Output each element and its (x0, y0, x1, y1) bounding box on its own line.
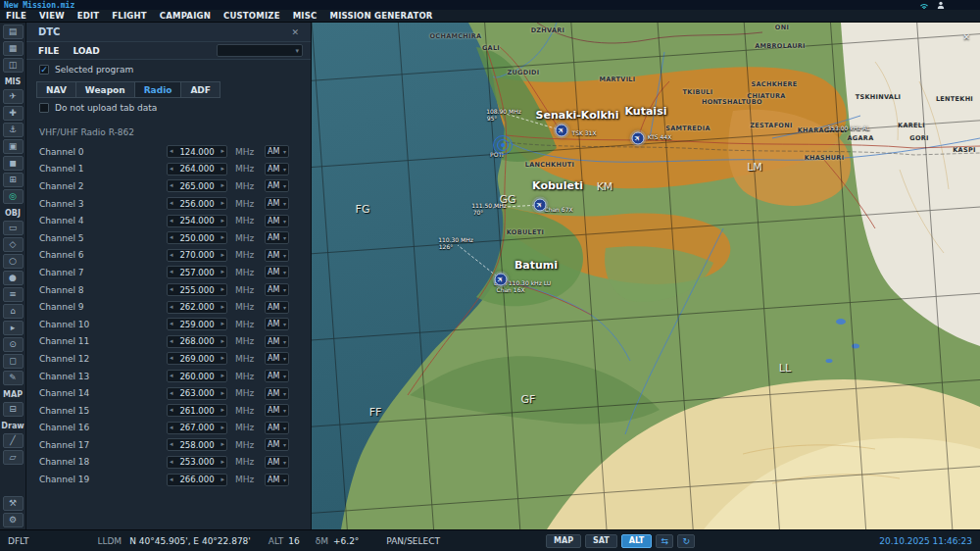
layers-icon[interactable]: ▦ (3, 41, 24, 56)
channel-1-frequency-input[interactable]: ◂264.000▸ (167, 163, 227, 175)
building-icon[interactable]: ⌂ (3, 304, 24, 319)
channel-6-frequency-input[interactable]: ◂270.000▸ (167, 249, 227, 262)
map-close-icon[interactable]: ✕ (962, 32, 970, 42)
channel-7-modulation-select[interactable]: AM▾ (265, 266, 289, 278)
spinner-left-icon[interactable]: ◂ (170, 269, 173, 276)
channel-8-modulation-select[interactable]: AM▾ (265, 283, 289, 296)
pan-tool-icon[interactable]: ⇆ (656, 534, 673, 548)
channel-9-modulation-select[interactable]: AM▾ (265, 301, 289, 314)
panels-icon[interactable]: ◫ (3, 58, 24, 73)
channel-15-modulation-select[interactable]: AM▾ (265, 404, 289, 417)
channel-13-modulation-select[interactable]: AM▾ (265, 370, 289, 382)
dtc-load-select[interactable]: ▾ (217, 44, 303, 57)
spinner-left-icon[interactable]: ◂ (170, 441, 173, 448)
spinner-right-icon[interactable]: ▸ (220, 441, 224, 448)
box-tool-icon[interactable]: ◻ (3, 354, 24, 369)
refresh-icon[interactable]: ↻ (677, 534, 695, 548)
menu-misc[interactable]: MISC (293, 11, 318, 21)
channel-19-frequency-input[interactable]: ◂266.000▸ (167, 474, 227, 486)
spinner-right-icon[interactable]: ▸ (220, 321, 224, 327)
template-icon[interactable]: ⊞ (3, 173, 24, 187)
spinner-right-icon[interactable]: ▸ (220, 166, 224, 173)
dtc-tab-radio[interactable]: Radio (135, 81, 182, 98)
dtc-load-menu[interactable]: LOAD (73, 46, 99, 56)
channel-11-frequency-input[interactable]: ◂268.000▸ (167, 335, 227, 348)
channel-14-modulation-select[interactable]: AM▾ (265, 387, 289, 400)
spinner-right-icon[interactable]: ▸ (220, 425, 224, 431)
poti-beacon-icon[interactable] (493, 135, 513, 155)
spinner-right-icon[interactable]: ▸ (220, 459, 224, 466)
channel-10-frequency-input[interactable]: ◂259.000▸ (167, 318, 227, 330)
dtc-tab-nav[interactable]: NAV (36, 81, 76, 98)
channel-0-frequency-input[interactable]: ◂124.000▸ (167, 145, 227, 158)
spinner-left-icon[interactable]: ◂ (170, 200, 173, 207)
menu-edit[interactable]: EDIT (77, 11, 100, 21)
channel-0-modulation-select[interactable]: AM▾ (265, 145, 289, 158)
spinner-left-icon[interactable]: ◂ (170, 373, 173, 379)
channel-14-frequency-input[interactable]: ◂263.000▸ (167, 387, 227, 400)
spinner-left-icon[interactable]: ◂ (170, 304, 173, 311)
waypoint-icon[interactable]: ▭ (3, 221, 24, 235)
draw-line-icon[interactable]: ╱ (3, 433, 24, 448)
spinner-left-icon[interactable]: ◂ (170, 166, 173, 173)
map-viewport[interactable]: OCHAMCHIRAGALIDZHVARIZUGDIDIMARTVILIONIA… (312, 23, 980, 529)
channel-12-frequency-input[interactable]: ◂269.000▸ (167, 352, 227, 365)
channel-16-frequency-input[interactable]: ◂267.000▸ (167, 422, 227, 434)
arrow-tool-icon[interactable]: ▸ (3, 321, 24, 335)
spinner-left-icon[interactable]: ◂ (170, 286, 173, 293)
spinner-left-icon[interactable]: ◂ (170, 407, 173, 414)
spinner-right-icon[interactable]: ▸ (220, 286, 224, 293)
channel-4-modulation-select[interactable]: AM▾ (265, 215, 289, 227)
menu-mission-generator[interactable]: MISSION GENERATOR (329, 11, 432, 21)
menu-campaign[interactable]: CAMPAIGN (160, 11, 211, 21)
kobuleti-airport-icon[interactable]: ✈ (534, 199, 547, 212)
menu-view[interactable]: VIEW (39, 11, 65, 21)
layer-button-map[interactable]: MAP (546, 534, 581, 548)
spinner-left-icon[interactable]: ◂ (170, 476, 173, 483)
menu-flight[interactable]: FLIGHT (112, 11, 146, 21)
spinner-left-icon[interactable]: ◂ (170, 252, 173, 259)
channel-16-modulation-select[interactable]: AM▾ (265, 422, 289, 434)
selected-program-checkbox[interactable]: ✓ Selected program (26, 60, 311, 77)
spinner-right-icon[interactable]: ▸ (220, 407, 224, 414)
spinner-right-icon[interactable]: ▸ (220, 390, 224, 397)
channel-6-modulation-select[interactable]: AM▾ (265, 249, 289, 262)
channel-5-modulation-select[interactable]: AM▾ (265, 231, 289, 244)
circle-tool-icon[interactable]: ○ (3, 254, 24, 269)
channel-4-frequency-input[interactable]: ◂254.000▸ (167, 215, 227, 227)
dtc-file-menu[interactable]: FILE (38, 46, 59, 56)
spinner-left-icon[interactable]: ◂ (170, 148, 173, 155)
spinner-right-icon[interactable]: ▸ (220, 338, 224, 345)
channel-13-frequency-input[interactable]: ◂260.000▸ (167, 370, 227, 382)
spinner-left-icon[interactable]: ◂ (170, 355, 173, 362)
draw-shape-icon[interactable]: ▱ (3, 450, 24, 465)
coord-mode[interactable]: DFLT (8, 536, 28, 546)
aircraft-icon[interactable]: ✈ (3, 89, 24, 104)
channel-8-frequency-input[interactable]: ◂255.000▸ (167, 283, 227, 296)
spinner-right-icon[interactable]: ▸ (220, 234, 224, 241)
zone-icon[interactable]: ◇ (3, 237, 24, 252)
static-object-icon[interactable]: ◼ (3, 156, 24, 171)
user-icon[interactable] (937, 1, 945, 9)
channel-3-frequency-input[interactable]: ◂256.000▸ (167, 197, 227, 210)
spinner-right-icon[interactable]: ▸ (220, 269, 224, 276)
channel-7-frequency-input[interactable]: ◂257.000▸ (167, 266, 227, 278)
ship-icon[interactable]: ⚓ (3, 123, 24, 137)
dtc-tab-adf[interactable]: ADF (181, 81, 220, 98)
channel-17-frequency-input[interactable]: ◂258.000▸ (167, 438, 227, 451)
map-options-icon[interactable]: ⊟ (3, 402, 24, 417)
senaki-airport-icon[interactable]: ✈ (556, 125, 568, 137)
spinner-left-icon[interactable]: ◂ (170, 234, 173, 241)
menu-customize[interactable]: CUSTOMIZE (223, 11, 280, 21)
vehicle-icon[interactable]: ▣ (3, 139, 24, 154)
menu-file[interactable]: FILE (6, 11, 26, 21)
spinner-left-icon[interactable]: ◂ (170, 321, 173, 327)
spinner-right-icon[interactable]: ▸ (220, 304, 224, 311)
channel-9-frequency-input[interactable]: ◂262.000▸ (167, 301, 227, 314)
channel-5-frequency-input[interactable]: ◂250.000▸ (167, 231, 227, 244)
dtc-close-icon[interactable]: ✕ (291, 27, 299, 37)
channel-15-frequency-input[interactable]: ◂261.000▸ (167, 404, 227, 417)
channel-11-modulation-select[interactable]: AM▾ (265, 335, 289, 348)
spinner-left-icon[interactable]: ◂ (170, 459, 173, 466)
channel-17-modulation-select[interactable]: AM▾ (265, 438, 289, 451)
